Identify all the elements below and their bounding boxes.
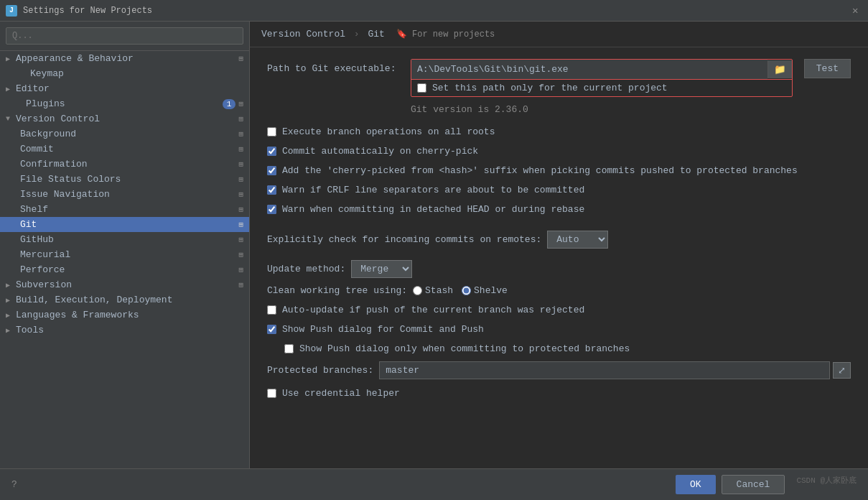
breadcrumb-part2: Git xyxy=(368,29,384,40)
page-icon: ⊞ xyxy=(238,144,243,154)
sidebar-item-appearance[interactable]: ▶ Appearance & Behavior ⊞ xyxy=(0,51,249,66)
sidebar-item-label: Commit xyxy=(20,144,235,154)
option-auto-update: Auto-update if push of the current branc… xyxy=(267,303,851,317)
detached-checkbox[interactable] xyxy=(267,205,276,214)
for-new-projects-label: 🔖 For new projects xyxy=(396,29,495,40)
sidebar-item-mercurial[interactable]: Mercurial ⊞ xyxy=(0,247,249,262)
browse-button[interactable]: 📁 xyxy=(767,60,792,78)
sidebar-item-keymap[interactable]: Keymap xyxy=(0,66,249,81)
footer: ? OK Cancel CSDN @人家卧底 xyxy=(0,468,868,500)
search-input[interactable] xyxy=(6,27,243,45)
sidebar-item-languages[interactable]: ▶ Languages & Frameworks xyxy=(0,307,249,323)
test-button[interactable]: Test xyxy=(804,59,851,78)
sidebar-item-label: Mercurial xyxy=(20,249,235,260)
exec-branch-label[interactable]: Execute branch operations on all roots xyxy=(282,126,495,137)
page-icon: ⊞ xyxy=(238,280,243,290)
git-version-text: Git version is 2.36.0 xyxy=(411,104,851,115)
set-path-label[interactable]: Set this path only for the current proje… xyxy=(432,83,668,93)
update-method-dropdown[interactable]: Merge Rebase xyxy=(351,260,412,278)
clean-tree-label: Clean working tree using: xyxy=(267,285,407,296)
sidebar-item-label: File Status Colors xyxy=(20,174,235,185)
sidebar-item-git[interactable]: Git ⊞ xyxy=(0,217,249,232)
sidebar-item-label: Git xyxy=(20,219,235,230)
cancel-button[interactable]: Cancel xyxy=(722,475,785,494)
show-push-checkbox[interactable] xyxy=(267,325,276,334)
sidebar-item-confirmation[interactable]: Confirmation ⊞ xyxy=(0,157,249,172)
breadcrumb-part1: Version Control xyxy=(261,29,345,40)
arrow-icon: ▶ xyxy=(6,55,16,63)
auto-update-label[interactable]: Auto-update if push of the current branc… xyxy=(282,305,584,315)
main-content: ▶ Appearance & Behavior ⊞ Keymap ▶ Edito… xyxy=(0,22,868,468)
breadcrumb-separator: › xyxy=(354,29,365,40)
main-panel: Version Control › Git 🔖 For new projects… xyxy=(250,22,868,468)
page-icon: ⊞ xyxy=(238,175,243,184)
incoming-commits-row: Explicitly check for incoming commits on… xyxy=(267,231,851,249)
shelve-label[interactable]: Shelve xyxy=(474,285,508,296)
close-button[interactable]: ✕ xyxy=(852,6,862,16)
auto-commit-checkbox[interactable] xyxy=(267,147,276,156)
stash-label[interactable]: Stash xyxy=(425,285,453,296)
option-show-push: Show Push dialog for Commit and Push xyxy=(267,323,851,336)
crlf-checkbox[interactable] xyxy=(267,185,276,195)
badge: 1 xyxy=(223,99,236,109)
sidebar-item-issue-navigation[interactable]: Issue Navigation ⊞ xyxy=(0,187,249,202)
option-credential: Use credential helper xyxy=(267,386,851,400)
sidebar-item-background[interactable]: Background ⊞ xyxy=(0,126,249,142)
title-bar-title: Settings for New Projects xyxy=(23,6,852,16)
sidebar-item-label: Plugins xyxy=(26,98,223,109)
sidebar-item-label: Languages & Frameworks xyxy=(16,310,243,320)
detached-label[interactable]: Warn when committing in detached HEAD or… xyxy=(282,204,584,215)
cherry-pick-checkbox[interactable] xyxy=(267,166,276,175)
auto-update-checkbox[interactable] xyxy=(267,305,276,315)
sidebar-item-build[interactable]: ▶ Build, Execution, Deployment xyxy=(0,292,249,307)
page-icon: ⊞ xyxy=(238,99,243,108)
page-icon: ⊞ xyxy=(238,235,243,244)
update-method-row: Update method: Merge Rebase xyxy=(267,260,851,278)
git-path-row: Path to Git executable: 📁 Set this path … xyxy=(267,59,851,97)
git-path-input-row: 📁 xyxy=(411,60,792,79)
sidebar-item-version-control[interactable]: ▼ Version Control ⊞ xyxy=(0,111,249,126)
sidebar-item-shelf[interactable]: Shelf ⊞ xyxy=(0,202,249,217)
shelve-radio[interactable] xyxy=(462,286,471,295)
protected-branches-input[interactable] xyxy=(379,361,830,379)
expand-button[interactable]: ⤢ xyxy=(833,362,851,379)
use-credential-checkbox[interactable] xyxy=(267,389,276,398)
option-auto-commit: Commit automatically on cherry-pick xyxy=(267,144,851,158)
sidebar-item-editor[interactable]: ▶ Editor xyxy=(0,81,249,96)
sidebar-item-label: Tools xyxy=(16,325,243,335)
sidebar-item-label: Build, Execution, Deployment xyxy=(16,295,243,305)
sidebar-item-github[interactable]: GitHub ⊞ xyxy=(0,232,249,247)
sidebar-item-tools[interactable]: ▶ Tools xyxy=(0,323,249,338)
page-icon: ⊞ xyxy=(238,114,243,124)
sidebar-item-perforce[interactable]: Perforce ⊞ xyxy=(0,262,249,277)
git-path-group: 📁 Set this path only for the current pro… xyxy=(411,59,793,97)
cherry-pick-label[interactable]: Add the 'cherry-picked from <hash>' suff… xyxy=(282,165,798,176)
app-icon: J xyxy=(6,5,17,17)
incoming-commits-label: Explicitly check for incoming commits on… xyxy=(267,234,541,245)
sidebar-item-label: Keymap xyxy=(30,68,243,79)
ok-button[interactable]: OK xyxy=(676,475,716,494)
panel-header: Version Control › Git 🔖 For new projects xyxy=(250,22,868,47)
protected-branches-row: Protected branches: ⤢ xyxy=(267,361,851,379)
sidebar-item-file-status-colors[interactable]: File Status Colors ⊞ xyxy=(0,172,249,187)
show-push-label[interactable]: Show Push dialog for Commit and Push xyxy=(282,324,484,335)
show-push-only-label[interactable]: Show Push dialog only when committing to… xyxy=(299,343,630,354)
help-button[interactable]: ? xyxy=(11,479,17,490)
option-show-push-only: Show Push dialog only when committing to… xyxy=(267,342,851,356)
crlf-label[interactable]: Warn if CRLF line separators are about t… xyxy=(282,185,584,195)
exec-branch-checkbox[interactable] xyxy=(267,127,276,136)
use-credential-label[interactable]: Use credential helper xyxy=(282,388,400,399)
sidebar-item-subversion[interactable]: ▶ Subversion ⊞ xyxy=(0,277,249,292)
sidebar-item-plugins[interactable]: Plugins 1 ⊞ xyxy=(0,96,249,111)
incoming-commits-dropdown[interactable]: Auto Always Never xyxy=(547,231,608,249)
sidebar-item-commit[interactable]: Commit ⊞ xyxy=(0,142,249,157)
option-crlf: Warn if CRLF line separators are about t… xyxy=(267,183,851,197)
page-icon: ⊞ xyxy=(238,250,243,259)
show-push-only-checkbox[interactable] xyxy=(284,344,294,353)
sidebar: ▶ Appearance & Behavior ⊞ Keymap ▶ Edito… xyxy=(0,22,250,468)
stash-radio[interactable] xyxy=(413,286,422,295)
git-path-input[interactable] xyxy=(411,60,767,79)
sidebar-item-label: Editor xyxy=(16,83,243,94)
auto-commit-label[interactable]: Commit automatically on cherry-pick xyxy=(282,146,478,157)
set-path-checkbox[interactable] xyxy=(417,83,426,93)
